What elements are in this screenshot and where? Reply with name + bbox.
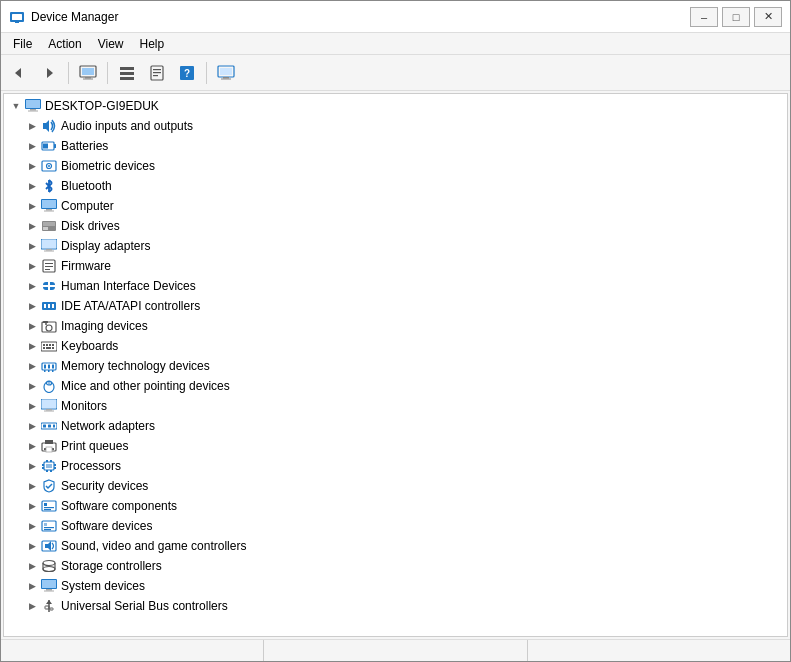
svg-rect-69 bbox=[48, 365, 50, 369]
tree-node-sound[interactable]: ▶Sound, video and game controllers bbox=[4, 536, 787, 556]
tree-node-audio[interactable]: ▶Audio inputs and outputs bbox=[4, 116, 787, 136]
svg-rect-82 bbox=[43, 425, 46, 428]
svg-rect-2 bbox=[15, 21, 19, 23]
expand-arrow-firmware[interactable]: ▶ bbox=[24, 258, 40, 274]
tree-node-display[interactable]: ▶Display adapters bbox=[4, 236, 787, 256]
svg-rect-1 bbox=[12, 14, 22, 20]
tree-node-disk[interactable]: ▶Disk drives bbox=[4, 216, 787, 236]
tree-node-firmware[interactable]: ▶Firmware bbox=[4, 256, 787, 276]
expand-arrow-print[interactable]: ▶ bbox=[24, 438, 40, 454]
tree-node-security[interactable]: ▶Security devices bbox=[4, 476, 787, 496]
tree-node-network[interactable]: ▶Network adapters bbox=[4, 416, 787, 436]
svg-rect-101 bbox=[44, 507, 54, 508]
expand-arrow-memory[interactable]: ▶ bbox=[24, 358, 40, 374]
expand-arrow-ide[interactable]: ▶ bbox=[24, 298, 40, 314]
device-manager-window: Device Manager – □ ✕ File Action View He… bbox=[0, 0, 791, 662]
tree-root: ▼ DESKTOP-GI9EDUK ▶Audio inputs and outp… bbox=[4, 94, 787, 618]
forward-button[interactable] bbox=[35, 60, 63, 86]
node-label-usb: Universal Serial Bus controllers bbox=[61, 599, 228, 613]
node-label-disk: Disk drives bbox=[61, 219, 120, 233]
svg-rect-71 bbox=[44, 370, 46, 372]
expand-arrow-system[interactable]: ▶ bbox=[24, 578, 40, 594]
expand-arrow-monitors[interactable]: ▶ bbox=[24, 398, 40, 414]
computer-button[interactable] bbox=[74, 60, 102, 86]
display-button[interactable] bbox=[212, 60, 240, 86]
tree-node-print[interactable]: ▶Print queues bbox=[4, 436, 787, 456]
svg-rect-78 bbox=[42, 400, 56, 408]
properties-button[interactable] bbox=[143, 60, 171, 86]
svg-rect-37 bbox=[43, 222, 55, 226]
svg-rect-105 bbox=[44, 527, 54, 528]
svg-rect-59 bbox=[41, 342, 57, 351]
expand-arrow-biometric[interactable]: ▶ bbox=[24, 158, 40, 174]
tree-node-system[interactable]: ▶System devices bbox=[4, 576, 787, 596]
expand-arrow-audio[interactable]: ▶ bbox=[24, 118, 40, 134]
svg-point-56 bbox=[45, 323, 47, 325]
expand-arrow-display[interactable]: ▶ bbox=[24, 238, 40, 254]
root-expand-arrow[interactable]: ▼ bbox=[8, 98, 24, 114]
menu-help[interactable]: Help bbox=[132, 35, 173, 53]
tree-node-memory[interactable]: ▶Memory technology devices bbox=[4, 356, 787, 376]
expand-arrow-security[interactable]: ▶ bbox=[24, 478, 40, 494]
svg-point-108 bbox=[43, 561, 55, 566]
minimize-button[interactable]: – bbox=[690, 7, 718, 27]
close-button[interactable]: ✕ bbox=[754, 7, 782, 27]
tree-node-mice[interactable]: ▶Mice and other pointing devices bbox=[4, 376, 787, 396]
expand-arrow-mice[interactable]: ▶ bbox=[24, 378, 40, 394]
tree-node-bluetooth[interactable]: ▶Bluetooth bbox=[4, 176, 787, 196]
svg-rect-104 bbox=[44, 523, 47, 526]
expand-arrow-keyboards[interactable]: ▶ bbox=[24, 338, 40, 354]
node-icon-processors bbox=[40, 458, 58, 474]
list-icon bbox=[119, 65, 135, 81]
svg-rect-57 bbox=[43, 321, 48, 323]
help-button[interactable]: ? bbox=[173, 60, 201, 86]
svg-rect-63 bbox=[52, 344, 54, 346]
tree-node-keyboards[interactable]: ▶Keyboards bbox=[4, 336, 787, 356]
tree-node-computer[interactable]: ▶Computer bbox=[4, 196, 787, 216]
tree-node-ide[interactable]: ▶IDE ATA/ATAPI controllers bbox=[4, 296, 787, 316]
menu-file[interactable]: File bbox=[5, 35, 40, 53]
tree-node-software-comp[interactable]: ▶Software components bbox=[4, 496, 787, 516]
tree-root-node[interactable]: ▼ DESKTOP-GI9EDUK bbox=[4, 96, 787, 116]
node-icon-sound bbox=[40, 538, 58, 554]
expand-arrow-imaging[interactable]: ▶ bbox=[24, 318, 40, 334]
expand-arrow-usb[interactable]: ▶ bbox=[24, 598, 40, 614]
tree-node-hid[interactable]: ▶Human Interface Devices bbox=[4, 276, 787, 296]
status-bar bbox=[1, 639, 790, 661]
list-button[interactable] bbox=[113, 60, 141, 86]
tree-node-processors[interactable]: ▶Processors bbox=[4, 456, 787, 476]
expand-arrow-network[interactable]: ▶ bbox=[24, 418, 40, 434]
expand-arrow-disk[interactable]: ▶ bbox=[24, 218, 40, 234]
svg-rect-38 bbox=[43, 227, 48, 230]
expand-arrow-sound[interactable]: ▶ bbox=[24, 538, 40, 554]
tree-node-software-dev[interactable]: ▶Software devices bbox=[4, 516, 787, 536]
node-icon-display bbox=[40, 238, 58, 254]
expand-arrow-software-comp[interactable]: ▶ bbox=[24, 498, 40, 514]
tree-node-storage[interactable]: ▶Storage controllers bbox=[4, 556, 787, 576]
tree-node-usb[interactable]: ▶Universal Serial Bus controllers bbox=[4, 596, 787, 616]
tree-children: ▶Audio inputs and outputs▶Batteries▶Biom… bbox=[4, 116, 787, 616]
svg-rect-24 bbox=[30, 109, 36, 111]
tree-node-monitors[interactable]: ▶Monitors bbox=[4, 396, 787, 416]
expand-arrow-storage[interactable]: ▶ bbox=[24, 558, 40, 574]
expand-arrow-hid[interactable]: ▶ bbox=[24, 278, 40, 294]
menu-action[interactable]: Action bbox=[40, 35, 89, 53]
menu-view[interactable]: View bbox=[90, 35, 132, 53]
expand-arrow-batteries[interactable]: ▶ bbox=[24, 138, 40, 154]
expand-arrow-software-dev[interactable]: ▶ bbox=[24, 518, 40, 534]
tree-node-biometric[interactable]: ▶Biometric devices bbox=[4, 156, 787, 176]
main-area: ▼ DESKTOP-GI9EDUK ▶Audio inputs and outp… bbox=[1, 91, 790, 639]
display-icon bbox=[217, 65, 235, 81]
toolbar-separator-1 bbox=[68, 62, 69, 84]
expand-arrow-bluetooth[interactable]: ▶ bbox=[24, 178, 40, 194]
device-tree[interactable]: ▼ DESKTOP-GI9EDUK ▶Audio inputs and outp… bbox=[3, 93, 788, 637]
maximize-button[interactable]: □ bbox=[722, 7, 750, 27]
tree-node-imaging[interactable]: ▶Imaging devices bbox=[4, 316, 787, 336]
svg-rect-19 bbox=[220, 68, 232, 75]
svg-rect-25 bbox=[28, 111, 38, 112]
svg-rect-8 bbox=[83, 78, 93, 79]
expand-arrow-processors[interactable]: ▶ bbox=[24, 458, 40, 474]
back-button[interactable] bbox=[5, 60, 33, 86]
expand-arrow-computer[interactable]: ▶ bbox=[24, 198, 40, 214]
tree-node-batteries[interactable]: ▶Batteries bbox=[4, 136, 787, 156]
